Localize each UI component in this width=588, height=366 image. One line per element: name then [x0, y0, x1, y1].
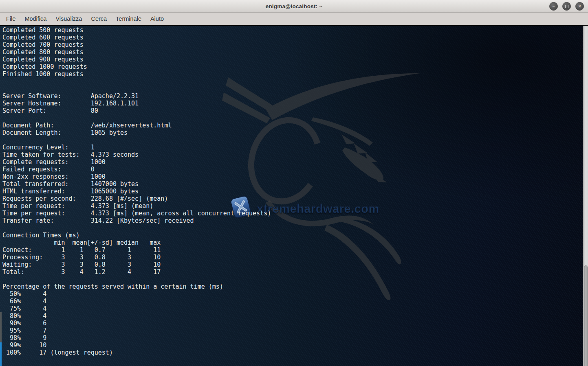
terminal-output: Completed 500 requests Completed 600 req…	[0, 26, 582, 356]
maximize-button[interactable]	[562, 2, 571, 11]
menu-aiuto[interactable]: Aiuto	[146, 13, 168, 25]
menu-modifica[interactable]: Modifica	[20, 13, 51, 25]
menu-visualizza[interactable]: Visualizza	[51, 13, 86, 25]
window-controls: − ✕	[549, 0, 584, 13]
maximize-icon	[565, 5, 568, 8]
close-icon: ✕	[578, 4, 581, 9]
terminal-screen[interactable]: xtremehardware.com Completed 500 request…	[0, 26, 588, 366]
minimize-icon: −	[552, 4, 555, 9]
window-title: enigma@localhost: ~	[0, 0, 588, 13]
edge-stripe-blue	[0, 342, 2, 366]
scrollbar-thumb[interactable]	[584, 265, 588, 366]
edge-stripe-gray	[0, 312, 2, 342]
terminal-window: enigma@localhost: ~ − ✕ File Modifica Vi…	[0, 0, 588, 366]
minimize-button[interactable]: −	[549, 2, 558, 11]
menubar: File Modifica Visualizza Cerca Terminale…	[0, 13, 588, 25]
titlebar[interactable]: enigma@localhost: ~ − ✕	[0, 0, 588, 13]
close-button[interactable]: ✕	[575, 2, 584, 11]
menu-terminale[interactable]: Terminale	[111, 13, 146, 25]
menu-cerca[interactable]: Cerca	[86, 13, 111, 25]
menu-file[interactable]: File	[2, 13, 20, 25]
scrollbar-track[interactable]	[583, 26, 588, 366]
